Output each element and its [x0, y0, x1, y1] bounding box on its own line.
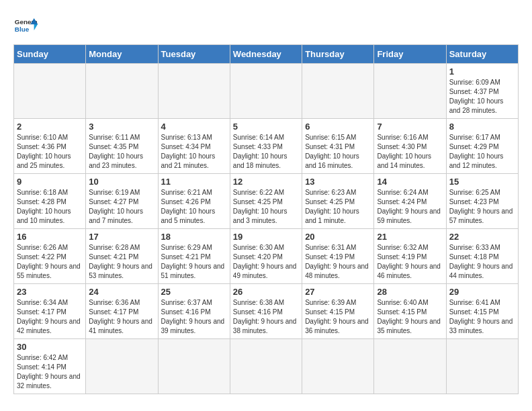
day-number: 4 [161, 122, 227, 132]
day-info: Sunrise: 6:40 AMSunset: 4:15 PMDaylight:… [377, 298, 443, 336]
day-number: 9 [17, 177, 83, 187]
day-number: 23 [17, 287, 83, 297]
day-info: Sunrise: 6:23 AMSunset: 4:25 PMDaylight:… [305, 188, 371, 226]
calendar-cell: 28Sunrise: 6:40 AMSunset: 4:15 PMDayligh… [374, 284, 446, 339]
day-info: Sunrise: 6:41 AMSunset: 4:15 PMDaylight:… [449, 298, 515, 336]
day-number: 3 [89, 122, 154, 132]
calendar-row: 1Sunrise: 6:09 AMSunset: 4:37 PMDaylight… [14, 64, 519, 119]
weekday-header-tuesday: Tuesday [158, 45, 230, 64]
calendar-cell: 25Sunrise: 6:37 AMSunset: 4:16 PMDayligh… [158, 284, 230, 339]
day-number: 16 [17, 232, 83, 242]
calendar-cell [158, 64, 230, 119]
day-number: 11 [161, 177, 227, 187]
day-info: Sunrise: 6:21 AMSunset: 4:26 PMDaylight:… [161, 188, 227, 226]
calendar-cell: 26Sunrise: 6:38 AMSunset: 4:16 PMDayligh… [230, 284, 302, 339]
day-info: Sunrise: 6:36 AMSunset: 4:17 PMDaylight:… [89, 298, 154, 336]
day-number: 14 [377, 177, 443, 187]
calendar-cell [230, 339, 302, 394]
calendar-table: SundayMondayTuesdayWednesdayThursdayFrid… [13, 44, 519, 394]
weekday-header-monday: Monday [86, 45, 158, 64]
day-info: Sunrise: 6:28 AMSunset: 4:21 PMDaylight:… [89, 243, 154, 281]
day-info: Sunrise: 6:42 AMSunset: 4:14 PMDaylight:… [17, 353, 83, 391]
day-info: Sunrise: 6:30 AMSunset: 4:20 PMDaylight:… [233, 243, 299, 281]
calendar-cell: 29Sunrise: 6:41 AMSunset: 4:15 PMDayligh… [446, 284, 518, 339]
calendar-cell: 5Sunrise: 6:14 AMSunset: 4:33 PMDaylight… [230, 119, 302, 174]
calendar-cell [374, 339, 446, 394]
day-info: Sunrise: 6:34 AMSunset: 4:17 PMDaylight:… [17, 298, 83, 336]
calendar-cell: 8Sunrise: 6:17 AMSunset: 4:29 PMDaylight… [446, 119, 518, 174]
day-number: 22 [449, 232, 515, 242]
day-info: Sunrise: 6:17 AMSunset: 4:29 PMDaylight:… [449, 133, 515, 171]
calendar-cell: 17Sunrise: 6:28 AMSunset: 4:21 PMDayligh… [86, 229, 158, 284]
day-info: Sunrise: 6:18 AMSunset: 4:28 PMDaylight:… [17, 188, 83, 226]
calendar-cell: 27Sunrise: 6:39 AMSunset: 4:15 PMDayligh… [302, 284, 374, 339]
day-info: Sunrise: 6:37 AMSunset: 4:16 PMDaylight:… [161, 298, 227, 336]
day-info: Sunrise: 6:10 AMSunset: 4:36 PMDaylight:… [17, 133, 83, 171]
calendar-cell: 7Sunrise: 6:16 AMSunset: 4:30 PMDaylight… [374, 119, 446, 174]
day-number: 10 [89, 177, 154, 187]
day-number: 19 [233, 232, 299, 242]
calendar-row: 16Sunrise: 6:26 AMSunset: 4:22 PMDayligh… [14, 229, 519, 284]
calendar-cell [86, 64, 158, 119]
day-info: Sunrise: 6:14 AMSunset: 4:33 PMDaylight:… [233, 133, 299, 171]
day-info: Sunrise: 6:15 AMSunset: 4:31 PMDaylight:… [305, 133, 371, 171]
weekday-header-wednesday: Wednesday [230, 45, 302, 64]
day-number: 5 [233, 122, 299, 132]
day-number: 29 [449, 287, 515, 297]
calendar-header-row: SundayMondayTuesdayWednesdayThursdayFrid… [14, 45, 519, 64]
calendar-cell: 13Sunrise: 6:23 AMSunset: 4:25 PMDayligh… [302, 174, 374, 229]
day-number: 6 [305, 122, 371, 132]
calendar-cell [158, 339, 230, 394]
calendar-cell: 11Sunrise: 6:21 AMSunset: 4:26 PMDayligh… [158, 174, 230, 229]
calendar-cell: 21Sunrise: 6:32 AMSunset: 4:19 PMDayligh… [374, 229, 446, 284]
calendar-cell [302, 339, 374, 394]
weekday-header-sunday: Sunday [14, 45, 86, 64]
weekday-header-friday: Friday [374, 45, 446, 64]
day-number: 25 [161, 287, 227, 297]
day-number: 13 [305, 177, 371, 187]
day-info: Sunrise: 6:16 AMSunset: 4:30 PMDaylight:… [377, 133, 443, 171]
calendar-row: 2Sunrise: 6:10 AMSunset: 4:36 PMDaylight… [14, 119, 519, 174]
calendar-cell: 23Sunrise: 6:34 AMSunset: 4:17 PMDayligh… [14, 284, 86, 339]
day-number: 15 [449, 177, 515, 187]
day-number: 8 [449, 122, 515, 132]
calendar-cell: 4Sunrise: 6:13 AMSunset: 4:34 PMDaylight… [158, 119, 230, 174]
day-number: 1 [449, 66, 515, 77]
calendar-cell: 20Sunrise: 6:31 AMSunset: 4:19 PMDayligh… [302, 229, 374, 284]
calendar-cell: 3Sunrise: 6:11 AMSunset: 4:35 PMDaylight… [86, 119, 158, 174]
logo-icon: General Blue [13, 13, 38, 38]
day-number: 27 [305, 287, 371, 297]
day-number: 28 [377, 287, 443, 297]
calendar-cell [302, 64, 374, 119]
day-info: Sunrise: 6:31 AMSunset: 4:19 PMDaylight:… [305, 243, 371, 281]
page-header: General Blue [13, 13, 519, 38]
calendar-cell [374, 64, 446, 119]
calendar-cell: 16Sunrise: 6:26 AMSunset: 4:22 PMDayligh… [14, 229, 86, 284]
calendar-cell: 14Sunrise: 6:24 AMSunset: 4:24 PMDayligh… [374, 174, 446, 229]
calendar-row: 30Sunrise: 6:42 AMSunset: 4:14 PMDayligh… [14, 339, 519, 394]
day-info: Sunrise: 6:25 AMSunset: 4:23 PMDaylight:… [449, 188, 515, 226]
day-info: Sunrise: 6:39 AMSunset: 4:15 PMDaylight:… [305, 298, 371, 336]
day-number: 2 [17, 122, 83, 132]
calendar-cell: 12Sunrise: 6:22 AMSunset: 4:25 PMDayligh… [230, 174, 302, 229]
day-number: 18 [161, 232, 227, 242]
svg-text:Blue: Blue [15, 26, 30, 33]
weekday-header-saturday: Saturday [446, 45, 518, 64]
day-number: 30 [17, 342, 83, 352]
day-info: Sunrise: 6:38 AMSunset: 4:16 PMDaylight:… [233, 298, 299, 336]
calendar-cell [14, 64, 86, 119]
day-number: 12 [233, 177, 299, 187]
day-info: Sunrise: 6:11 AMSunset: 4:35 PMDaylight:… [89, 133, 154, 171]
day-info: Sunrise: 6:22 AMSunset: 4:25 PMDaylight:… [233, 188, 299, 226]
day-info: Sunrise: 6:33 AMSunset: 4:18 PMDaylight:… [449, 243, 515, 281]
calendar-row: 9Sunrise: 6:18 AMSunset: 4:28 PMDaylight… [14, 174, 519, 229]
logo: General Blue [13, 13, 38, 38]
calendar-cell: 24Sunrise: 6:36 AMSunset: 4:17 PMDayligh… [86, 284, 158, 339]
calendar-cell: 18Sunrise: 6:29 AMSunset: 4:21 PMDayligh… [158, 229, 230, 284]
day-info: Sunrise: 6:24 AMSunset: 4:24 PMDaylight:… [377, 188, 443, 226]
calendar-cell: 22Sunrise: 6:33 AMSunset: 4:18 PMDayligh… [446, 229, 518, 284]
day-info: Sunrise: 6:29 AMSunset: 4:21 PMDaylight:… [161, 243, 227, 281]
calendar-cell [86, 339, 158, 394]
day-number: 17 [89, 232, 154, 242]
calendar-cell: 10Sunrise: 6:19 AMSunset: 4:27 PMDayligh… [86, 174, 158, 229]
